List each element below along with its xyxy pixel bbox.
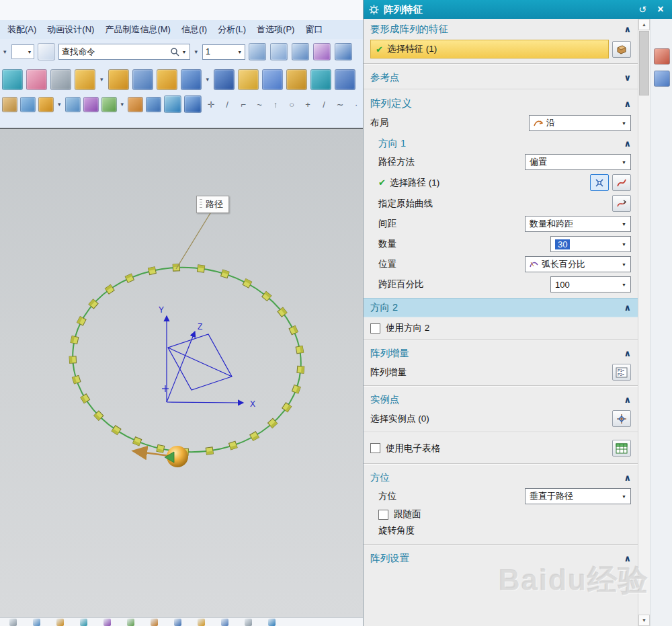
- statusbar-tool-icon[interactable]: [151, 619, 158, 626]
- section-header-direction1[interactable]: 方向 1 ∧: [364, 133, 638, 152]
- graphics-window[interactable]: Y Z X 路径: [0, 128, 363, 619]
- original-curve-button[interactable]: [612, 195, 631, 212]
- menu-item[interactable]: 产品制造信息(M): [100, 22, 175, 38]
- section-header-instance-points[interactable]: 实例点 ∧: [364, 389, 638, 408]
- section-header-orientation[interactable]: 方位 ∧: [364, 467, 638, 486]
- menu-item[interactable]: 分析(L): [213, 22, 251, 38]
- toolbar-icon[interactable]: [146, 97, 161, 112]
- spreadsheet-button[interactable]: [612, 440, 631, 457]
- chevron-up-icon[interactable]: ∧: [624, 303, 631, 313]
- toolbar-icon[interactable]: [313, 43, 331, 61]
- toolbar-icon[interactable]: [26, 69, 47, 90]
- sketch-tool-icon[interactable]: /: [220, 97, 234, 111]
- statusbar-tool-icon[interactable]: [33, 619, 40, 626]
- sketch-tool-icon[interactable]: ○: [285, 97, 298, 111]
- toolbar-icon[interactable]: [128, 97, 143, 112]
- statusbar-tool-icon[interactable]: [174, 619, 181, 626]
- select-path-button[interactable]: [590, 174, 609, 191]
- dropdown-caret-icon[interactable]: ▾: [120, 101, 126, 108]
- command-finder-input[interactable]: 查找命令 ▼: [58, 44, 190, 60]
- chevron-up-icon[interactable]: ∧: [624, 395, 631, 405]
- toolbar-caret-icon[interactable]: ▾: [194, 48, 200, 55]
- statusbar-tool-icon[interactable]: [221, 619, 228, 626]
- dialog-titlebar[interactable]: 阵列特征 ↺ ×: [364, 0, 672, 19]
- toolbar-icon[interactable]: [101, 97, 117, 112]
- toolbar-icon[interactable]: [164, 95, 181, 113]
- chevron-up-icon[interactable]: ∧: [624, 99, 631, 109]
- overflow-caret-icon[interactable]: ▾: [2, 48, 8, 55]
- info-tool-icon[interactable]: [38, 43, 55, 61]
- sketch-tool-icon[interactable]: /: [317, 97, 331, 111]
- position-dropdown[interactable]: 弧长百分比 ▼: [525, 256, 631, 272]
- statusbar-tool-icon[interactable]: [127, 619, 134, 626]
- pattern-path-curve[interactable]: [65, 258, 309, 462]
- toolbar-icon[interactable]: [38, 97, 54, 112]
- statusbar-tool-icon[interactable]: [80, 619, 87, 626]
- toolbar-icon[interactable]: [132, 69, 153, 90]
- chevron-up-icon[interactable]: ∧: [624, 139, 631, 149]
- section-header-increment[interactable]: 阵列增量 ∧: [364, 343, 638, 362]
- toolbar-icon[interactable]: [292, 43, 309, 61]
- increment-list-button[interactable]: P1= P2=: [612, 364, 631, 381]
- toolbar-icon[interactable]: [83, 97, 99, 112]
- toolbar-icon[interactable]: [157, 69, 177, 90]
- toolbar-icon[interactable]: [50, 69, 71, 90]
- span-percent-field[interactable]: 100 ▼: [550, 276, 631, 292]
- scrollbar-thumb[interactable]: [639, 31, 649, 95]
- close-icon[interactable]: ×: [654, 3, 667, 15]
- statusbar-tool-icon[interactable]: [56, 619, 64, 626]
- toolbar-icon[interactable]: [310, 69, 331, 90]
- scroll-down-button[interactable]: ▼: [638, 615, 650, 626]
- chevron-up-icon[interactable]: ∧: [624, 553, 631, 563]
- statusbar-tool-icon[interactable]: [198, 619, 205, 626]
- menu-item[interactable]: 信息(I): [177, 22, 212, 38]
- toolbar-icon[interactable]: [108, 69, 129, 90]
- menu-item[interactable]: 动画设计(N): [42, 22, 99, 38]
- menu-item[interactable]: 首选项(P): [252, 22, 299, 38]
- toolbar-icon[interactable]: [2, 97, 17, 112]
- direction-arrow[interactable]: [134, 451, 169, 456]
- chevron-up-icon[interactable]: ∧: [624, 24, 631, 34]
- section-header-definition[interactable]: 阵列定义 ∧: [364, 93, 638, 113]
- toolbar-icon[interactable]: [286, 69, 307, 90]
- follow-face-checkbox[interactable]: [378, 510, 388, 520]
- path-method-dropdown[interactable]: 偏置 ▼: [525, 154, 631, 170]
- feature-body-button[interactable]: [612, 41, 631, 58]
- scroll-up-button[interactable]: ▲: [638, 19, 650, 30]
- reset-icon[interactable]: ↺: [636, 4, 649, 15]
- chevron-up-icon[interactable]: ∧: [624, 348, 631, 358]
- sketch-tool-icon[interactable]: ∼: [333, 97, 347, 111]
- toolbar-icon[interactable]: [249, 43, 266, 61]
- toolbar-icon[interactable]: [335, 69, 355, 90]
- toolbar-icon[interactable]: [20, 97, 36, 112]
- toolbar-icon[interactable]: [214, 69, 235, 90]
- count-combo[interactable]: 1 ▼: [202, 44, 245, 60]
- dock-tool-icon[interactable]: [654, 71, 670, 87]
- curve-rule-button[interactable]: [612, 174, 631, 191]
- sketch-tool-icon[interactable]: ↑: [269, 97, 282, 111]
- toolbar-icon[interactable]: [181, 69, 202, 90]
- use-direction2-checkbox[interactable]: [370, 323, 380, 334]
- section-header-reference-point[interactable]: 参考点 ∨: [364, 67, 638, 86]
- menu-item[interactable]: 窗口: [300, 22, 327, 38]
- toolbar-icon[interactable]: [65, 97, 81, 112]
- toolbar-icon[interactable]: [2, 69, 23, 90]
- toolbar-icon[interactable]: [184, 95, 202, 113]
- search-options-caret-icon[interactable]: ▼: [182, 50, 187, 54]
- layout-dropdown[interactable]: 沿 ▼: [529, 115, 631, 131]
- dropdown-caret-icon[interactable]: ▾: [205, 76, 211, 83]
- search-icon[interactable]: [170, 47, 179, 56]
- statusbar-tool-icon[interactable]: [103, 619, 111, 626]
- section-header-direction2[interactable]: 方向 2 ∧: [364, 298, 638, 317]
- toolbar-icon[interactable]: [75, 69, 95, 90]
- path-annotation-tag[interactable]: 路径: [196, 196, 229, 213]
- dropdown-caret-icon[interactable]: ▾: [99, 76, 105, 83]
- color-swatch-dropdown[interactable]: ▼: [11, 44, 34, 59]
- spacing-dropdown[interactable]: 数量和跨距 ▼: [525, 216, 631, 232]
- section-header-features[interactable]: 要形成阵列的特征 ∧: [364, 19, 638, 38]
- sketch-tool-icon[interactable]: ⌐: [237, 97, 250, 111]
- toolbar-icon[interactable]: [335, 43, 352, 61]
- orientation-dropdown[interactable]: 垂直于路径 ▼: [525, 488, 631, 504]
- chevron-up-icon[interactable]: ∧: [624, 473, 631, 483]
- toolbar-icon[interactable]: [262, 69, 283, 90]
